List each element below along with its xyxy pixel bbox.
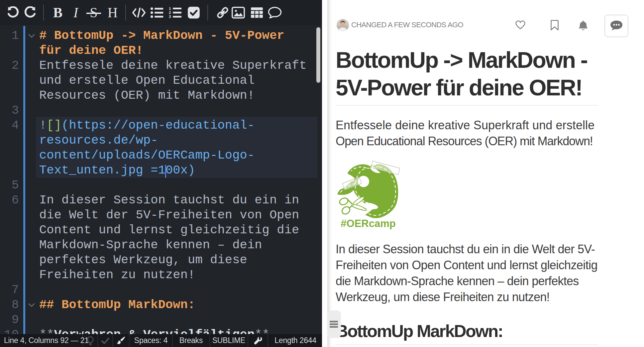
svg-text:3: 3 (169, 14, 171, 19)
svg-text:#OERcamp: #OERcamp (341, 218, 395, 229)
